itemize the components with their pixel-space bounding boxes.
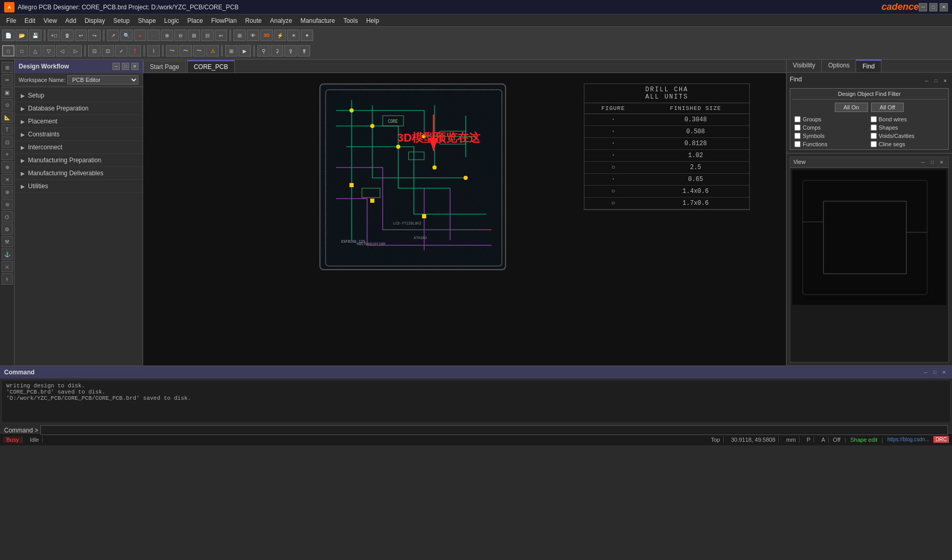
tree-item-constraints[interactable]: ▶ Constraints (15, 128, 143, 141)
tb-add[interactable]: +□ (48, 30, 60, 41)
tab-visibility[interactable]: Visibility (787, 60, 822, 72)
left-icon-2[interactable]: ✏ (2, 74, 13, 86)
tree-item-utilities[interactable]: ▶ Utilities (15, 180, 143, 193)
tree-item-setup[interactable]: ▶ Setup (15, 89, 143, 102)
left-icon-15[interactable]: ⚒ (2, 236, 13, 247)
menu-setup[interactable]: Setup (109, 16, 134, 25)
menu-edit[interactable]: Edit (20, 16, 39, 25)
tb-warn[interactable]: ⚠ (206, 45, 219, 57)
tb-sun[interactable]: ☀ (287, 30, 300, 41)
tab-options[interactable]: Options (822, 60, 856, 72)
menu-display[interactable]: Display (80, 16, 109, 25)
tab-core-pcb[interactable]: CORE_PCB (187, 60, 235, 73)
checkbox-shapes[interactable] (871, 124, 877, 131)
status-link[interactable]: https://blog.csdn... (887, 437, 929, 442)
tree-item-placement[interactable]: ▶ Placement (15, 115, 143, 128)
tb-eye[interactable]: 👁 (247, 30, 259, 41)
menu-help[interactable]: Help (362, 16, 383, 25)
workflow-restore[interactable]: □ (122, 63, 129, 70)
menu-file[interactable]: File (2, 16, 20, 25)
workspace-select[interactable]: PCB Editor (67, 75, 138, 85)
tb-probe4[interactable]: ⚵ (298, 45, 310, 57)
menu-flowplan[interactable]: FlowPlan (207, 16, 241, 25)
left-icon-8[interactable]: ⌖ (2, 149, 13, 160)
left-icon-9[interactable]: ⊕ (2, 161, 13, 173)
tb-save[interactable]: 💾 (29, 30, 41, 41)
tb-circle2[interactable]: ○ (147, 30, 160, 41)
checkbox-symbols[interactable] (794, 133, 801, 139)
menu-route[interactable]: Route (241, 16, 266, 25)
tb-zoom[interactable]: 🔍 (120, 30, 133, 41)
tab-start-page[interactable]: Start Page (143, 61, 186, 73)
close-button[interactable]: ✕ (940, 3, 948, 11)
checkbox-bond-wires[interactable] (871, 116, 877, 122)
tb-circle[interactable]: ● (134, 30, 146, 41)
tb-check[interactable]: ✓ (115, 45, 128, 57)
view-close-btn[interactable]: ✕ (938, 159, 945, 166)
tb-sun2[interactable]: ✦ (301, 30, 313, 41)
view-minimize-btn[interactable]: ─ (919, 159, 927, 166)
tb-r6[interactable]: ▷ (69, 45, 82, 57)
tree-item-database[interactable]: ▶ Database Preparation (15, 102, 143, 115)
cmd-restore-btn[interactable]: □ (931, 369, 939, 376)
checkbox-cline-segs[interactable] (871, 141, 877, 147)
tb-r4[interactable]: ▽ (43, 45, 55, 57)
left-icon-11[interactable]: ⊛ (2, 186, 13, 198)
all-on-button[interactable]: All On (835, 103, 868, 112)
left-icon-3[interactable]: ▣ (2, 87, 13, 98)
find-close-btn[interactable]: ✕ (942, 77, 949, 85)
checkbox-voids[interactable] (871, 133, 877, 139)
cmd-close-btn[interactable]: ✕ (941, 369, 948, 376)
find-restore-btn[interactable]: □ (932, 77, 940, 85)
tb-r5[interactable]: ◁ (56, 45, 68, 57)
tb-delete[interactable]: 🗑 (61, 30, 74, 41)
menu-logic[interactable]: Logic (160, 16, 184, 25)
tree-item-mfg-prep[interactable]: ▶ Manufacturing Preparation (15, 154, 143, 167)
left-icon-5[interactable]: 📐 (2, 111, 13, 123)
menu-analyze[interactable]: Analyze (266, 16, 297, 25)
tb-wave2[interactable]: 〜 (179, 45, 192, 57)
tb-undo[interactable]: ↩ (75, 30, 87, 41)
checkbox-functions[interactable] (794, 141, 801, 147)
tb-table[interactable]: ⊞ (225, 45, 237, 57)
tb-probe1[interactable]: ⚲ (257, 45, 270, 57)
left-icon-7[interactable]: ⊡ (2, 136, 13, 148)
tb-3d[interactable]: 3D (260, 30, 273, 41)
left-icon-4[interactable]: ⊙ (2, 99, 13, 110)
tb-comp[interactable]: ⊡ (88, 45, 101, 57)
menu-place[interactable]: Place (183, 16, 207, 25)
tb-zoom-in[interactable]: ⊕ (161, 30, 173, 41)
tb-r3[interactable]: △ (29, 45, 41, 57)
command-input[interactable] (40, 425, 948, 435)
left-icon-14[interactable]: ⚙ (2, 223, 13, 235)
tb-zoom-area[interactable]: ⊟ (201, 30, 214, 41)
cmd-minimize-btn[interactable]: ─ (922, 369, 929, 376)
view-restore-btn[interactable]: □ (929, 159, 936, 166)
minimize-button[interactable]: ─ (919, 3, 927, 11)
pcb-canvas[interactable]: CORE LCD-YT220L0X2 M8ST08020T28M ESF8266… (143, 73, 786, 366)
left-icon-10[interactable]: ✕ (2, 174, 13, 185)
tb-grid[interactable]: ⊞ (233, 30, 246, 41)
tab-find[interactable]: Find (856, 60, 881, 72)
tb-r2[interactable]: □ (16, 45, 28, 57)
tb-select[interactable]: ↗ (107, 30, 119, 41)
tb-arrow-up[interactable]: ↑ (129, 45, 141, 57)
tb-wave3[interactable]: 〜 (193, 45, 205, 57)
tb-drc[interactable]: ⚡ (274, 30, 286, 41)
left-icon-18[interactable]: ⚕ (2, 273, 13, 285)
tree-item-interconnect[interactable]: ▶ Interconnect (15, 141, 143, 154)
tb-wave[interactable]: 〜 (166, 45, 178, 57)
menu-shape[interactable]: Shape (134, 16, 160, 25)
tb-comp2[interactable]: ⊡ (102, 45, 114, 57)
workflow-close[interactable]: ✕ (131, 63, 138, 70)
left-icon-12[interactable]: ⊜ (2, 199, 13, 210)
left-icon-17[interactable]: ⚔ (2, 261, 13, 272)
checkbox-groups[interactable] (794, 116, 801, 122)
tb-probe3[interactable]: ⚴ (284, 45, 297, 57)
checkbox-comps[interactable] (794, 124, 801, 131)
all-off-button[interactable]: All Off (871, 103, 904, 112)
left-icon-16[interactable]: ⚓ (2, 248, 13, 260)
tb-zoom-out[interactable]: ⊖ (174, 30, 187, 41)
tb-new[interactable]: 📄 (2, 30, 15, 41)
maximize-button[interactable]: □ (929, 3, 937, 11)
